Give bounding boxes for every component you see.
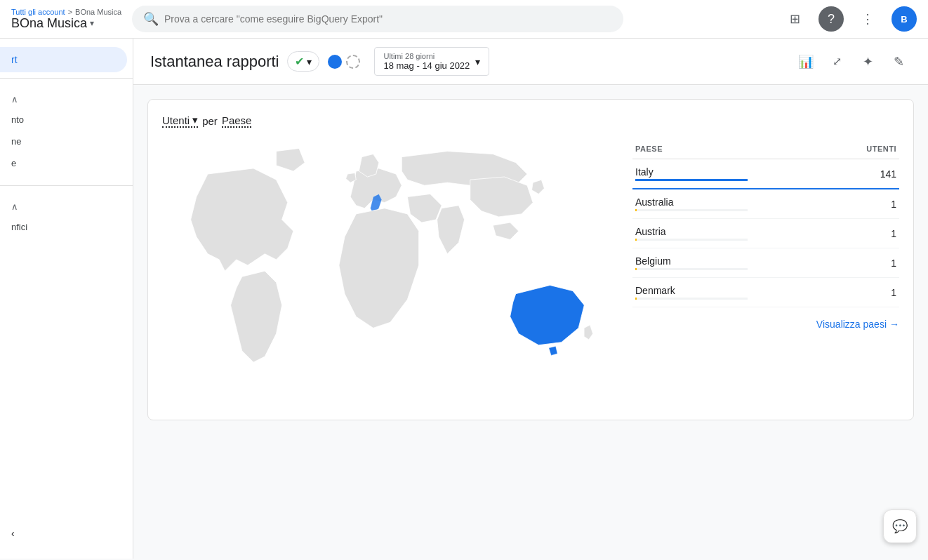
sidebar-item-ne[interactable]: ne [0, 131, 133, 152]
country-bar-bg [635, 209, 748, 211]
country-dimension-label[interactable]: Paese [222, 114, 252, 128]
table-row[interactable]: Belgium 1 [632, 248, 899, 278]
account-dropdown-caret[interactable]: ▾ [90, 18, 94, 28]
help-fab-button[interactable]: 💬 [883, 509, 917, 543]
sidebar-section-1: ∧ nto ne e [0, 84, 133, 180]
world-map-container [162, 139, 618, 406]
sidebar-item-nto[interactable]: nto [0, 109, 133, 131]
sidebar-active-label: rt [11, 54, 18, 65]
sparkline-button[interactable]: ✦ [855, 49, 880, 74]
per-separator: per [202, 115, 218, 127]
user-avatar[interactable]: B [891, 6, 917, 32]
sidebar-item-nto-label: nto [11, 114, 24, 125]
country-cell: Italy [635, 166, 748, 181]
date-range-content: Ultimi 28 giorni 18 mag - 14 giu 2022 [383, 52, 470, 71]
sub-header: Istantanea rapporti ✔ ▾ Ultimi 28 giorni… [133, 39, 928, 85]
country-value-cell: 1 [891, 199, 896, 210]
country-bar-fill [635, 179, 748, 181]
date-circles-container [328, 55, 360, 69]
country-value-cell: 1 [891, 228, 896, 239]
breadcrumb-separator: > [68, 8, 72, 16]
country-bar-fill [635, 268, 637, 270]
pencil-icon: ✎ [894, 54, 904, 69]
users-by-country-card: Utenti ▾ per Paese [147, 99, 914, 420]
country-cell: Austria [635, 226, 748, 241]
sidebar-item-active[interactable]: rt [0, 47, 127, 72]
sidebar-item-nfici[interactable]: nfici [0, 216, 133, 238]
country-name-cell: Belgium [635, 255, 748, 267]
country-name-cell: Austria [635, 226, 748, 237]
table-col-users: UTENTI [866, 145, 896, 153]
share-button[interactable]: ⤢ [824, 49, 849, 74]
sidebar-item-ne-label: ne [11, 136, 21, 147]
status-caret-icon: ▾ [307, 56, 312, 67]
search-bar[interactable]: 🔍 [132, 6, 623, 32]
country-bar-fill [635, 239, 637, 241]
world-map-svg [162, 139, 618, 392]
main-layout: rt ∧ nto ne e ∧ nfici [0, 39, 928, 559]
account-name-container: BOna Musica ▾ [11, 16, 124, 31]
subheader-actions: 📊 ⤢ ✦ ✎ [793, 49, 911, 74]
sidebar-item-nfici-label: nfici [11, 222, 27, 232]
sidebar-collapse-button[interactable]: ‹ [0, 516, 133, 550]
country-value-cell: 1 [891, 258, 896, 269]
account-name-text: BOna Musica [11, 16, 87, 31]
sidebar: rt ∧ nto ne e ∧ nfici [0, 39, 133, 559]
table-row[interactable]: Italy 141 [632, 159, 899, 189]
card-header: Utenti ▾ per Paese [162, 114, 899, 128]
main-content: Istantanea rapporti ✔ ▾ Ultimi 28 giorni… [133, 39, 928, 559]
edit-button[interactable]: ✎ [886, 49, 911, 74]
share-icon: ⤢ [833, 55, 842, 68]
table-row[interactable]: Australia 1 [632, 189, 899, 219]
date-range-label: Ultimi 28 giorni [383, 52, 470, 60]
country-bar-bg [635, 268, 748, 270]
visualize-countries-link[interactable]: Visualizza paesi → [632, 319, 899, 330]
users-metric-dropdown[interactable]: Utenti ▾ [162, 114, 198, 128]
help-icon-button[interactable]: ? [818, 6, 844, 32]
more-options-button[interactable]: ⋮ [855, 6, 880, 32]
chevron-up-icon-2: ∧ [11, 201, 18, 212]
feedback-icon: 💬 [892, 519, 908, 534]
apps-icon-button[interactable]: ⊞ [782, 6, 807, 32]
country-bar-bg [635, 298, 748, 300]
breadcrumb: Tutti gli account > BOna Musica [11, 8, 124, 16]
chevron-left-icon: ‹ [11, 528, 15, 539]
table-rows-container: Italy 141 Australia 1 Austria 1 [632, 159, 899, 307]
date-circle-filled [328, 55, 342, 69]
country-value-cell: 1 [891, 287, 896, 298]
bar-chart-icon: 📊 [798, 54, 814, 69]
map-table-container: PAESE UTENTI Italy 141 Australia 1 [162, 139, 899, 406]
sidebar-section-2: ∧ nfici [0, 192, 133, 244]
country-name-cell: Denmark [635, 285, 748, 296]
sidebar-section-2-header[interactable]: ∧ [0, 197, 133, 216]
table-col-country: PAESE [635, 145, 663, 153]
country-value-cell: 141 [880, 168, 896, 180]
search-input[interactable] [164, 13, 612, 25]
status-badge[interactable]: ✔ ▾ [287, 51, 319, 72]
country-cell: Belgium [635, 255, 748, 270]
date-range-caret-icon: ▾ [475, 56, 480, 67]
date-range-selector[interactable]: Ultimi 28 giorni 18 mag - 14 giu 2022 ▾ [374, 47, 489, 76]
arrow-right-icon: → [889, 319, 899, 330]
checkmark-icon: ✔ [295, 55, 304, 68]
search-icon: 🔍 [143, 11, 159, 27]
users-metric-caret: ▾ [192, 114, 198, 126]
date-circle-dashed [346, 55, 360, 69]
avatar-initials: B [901, 14, 907, 25]
date-range-value: 18 mag - 14 giu 2022 [383, 60, 470, 71]
table-row[interactable]: Denmark 1 [632, 278, 899, 307]
country-cell: Denmark [635, 285, 748, 300]
country-bar-bg [635, 179, 748, 181]
country-bar-fill [635, 209, 637, 211]
country-data-table: PAESE UTENTI Italy 141 Australia 1 [632, 139, 899, 330]
topbar: Tutti gli account > BOna Musica BOna Mus… [0, 0, 928, 39]
country-bar-bg [635, 239, 748, 241]
sidebar-section-1-header[interactable]: ∧ [0, 90, 133, 109]
visualize-link-text: Visualizza paesi [816, 319, 887, 330]
chart-type-button[interactable]: 📊 [793, 49, 818, 74]
breadcrumb-parent[interactable]: Tutti gli account [11, 8, 65, 16]
sidebar-item-e[interactable]: e [0, 152, 133, 174]
chevron-up-icon-1: ∧ [11, 94, 18, 105]
table-row[interactable]: Austria 1 [632, 219, 899, 248]
sparkline-icon: ✦ [863, 54, 873, 69]
